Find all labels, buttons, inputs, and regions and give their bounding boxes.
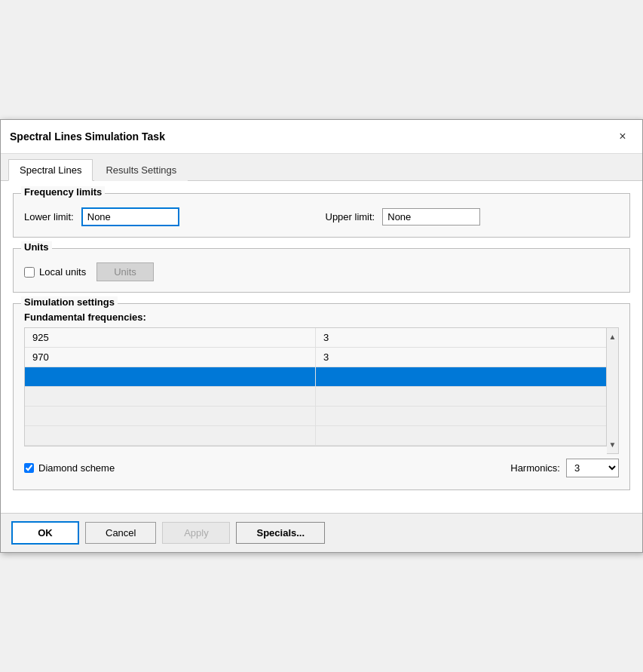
table-row-empty[interactable] xyxy=(25,407,606,426)
bottom-controls: Diamond scheme Harmonics: 1 2 3 4 5 6 7 … xyxy=(24,454,619,479)
upper-limit-input[interactable] xyxy=(382,208,480,226)
units-button[interactable]: Units xyxy=(96,262,154,281)
simulation-settings-label: Simulation settings xyxy=(21,296,118,308)
tab-content: Frequency limits Lower limit: Upper limi… xyxy=(1,181,642,513)
table-cell-harmonics-empty xyxy=(316,367,607,387)
frequency-limits-group: Frequency limits Lower limit: Upper limi… xyxy=(13,193,630,238)
dialog-title: Spectral Lines Simulation Task xyxy=(10,130,165,143)
close-button[interactable]: × xyxy=(612,126,633,147)
table-cell-freq-empty xyxy=(25,367,316,387)
table-row-selected[interactable] xyxy=(25,367,606,387)
table-cell-empty1 xyxy=(25,426,316,446)
units-group: Units Local units Units xyxy=(13,248,630,293)
local-units-checkbox[interactable] xyxy=(24,267,35,278)
simulation-settings-group: Simulation settings Fundamental frequenc… xyxy=(13,303,630,490)
scroll-down-arrow[interactable]: ▼ xyxy=(606,437,620,452)
local-units-checkbox-label[interactable]: Local units xyxy=(24,266,86,278)
units-row: Local units Units xyxy=(24,262,619,281)
table-cell-empty2 xyxy=(316,407,607,426)
table-cell-harmonics: 3 xyxy=(316,328,607,348)
lower-limit-label: Lower limit: xyxy=(24,211,74,222)
harmonics-label: Harmonics: xyxy=(510,462,560,474)
table-cell-empty2 xyxy=(316,426,607,446)
harmonics-select[interactable]: 1 2 3 4 5 6 7 8 9 10 xyxy=(566,459,619,477)
units-group-label: Units xyxy=(21,241,52,253)
table-row-empty[interactable] xyxy=(25,426,606,446)
table-scrollbar[interactable]: ▲ ▼ xyxy=(607,327,619,454)
table-cell-harmonics: 3 xyxy=(316,348,607,367)
diamond-scheme-checkbox[interactable] xyxy=(24,463,34,473)
table-cell-empty1 xyxy=(25,407,316,426)
table-row[interactable]: 970 3 xyxy=(25,348,606,367)
freq-table-container: 925 3 970 3 xyxy=(24,327,619,454)
apply-button[interactable]: Apply xyxy=(162,522,230,544)
lower-limit-input[interactable] xyxy=(81,207,179,226)
frequency-limits-label: Frequency limits xyxy=(21,186,105,198)
tab-results-settings[interactable]: Results Settings xyxy=(94,159,188,181)
freq-table-wrapper: 925 3 970 3 xyxy=(24,327,607,446)
freq-table-scroll: 925 3 970 3 xyxy=(24,327,607,454)
tab-spectral-lines[interactable]: Spectral Lines xyxy=(8,159,93,181)
table-cell-empty2 xyxy=(316,387,607,407)
specials-button[interactable]: Specials... xyxy=(236,522,325,544)
upper-limit-label: Upper limit: xyxy=(326,211,375,222)
tab-bar: Spectral Lines Results Settings xyxy=(1,154,642,181)
harmonics-row: Harmonics: 1 2 3 4 5 6 7 8 9 10 xyxy=(510,459,619,477)
ok-button[interactable]: OK xyxy=(11,521,79,545)
table-row-empty[interactable] xyxy=(25,387,606,407)
diamond-scheme-text: Diamond scheme xyxy=(38,462,115,474)
title-bar: Spectral Lines Simulation Task × xyxy=(1,120,642,154)
dialog: Spectral Lines Simulation Task × Spectra… xyxy=(0,119,643,553)
cancel-button[interactable]: Cancel xyxy=(85,522,156,544)
table-cell-freq: 970 xyxy=(25,348,316,367)
diamond-scheme-label[interactable]: Diamond scheme xyxy=(24,462,115,474)
table-cell-freq: 925 xyxy=(25,328,316,348)
scroll-up-arrow[interactable]: ▲ xyxy=(606,330,620,344)
fundamental-freq-label: Fundamental frequencies: xyxy=(24,311,619,323)
freq-table: 925 3 970 3 xyxy=(25,328,606,446)
local-units-text: Local units xyxy=(39,266,86,278)
frequency-limits-row: Lower limit: Upper limit: xyxy=(24,207,619,226)
table-row[interactable]: 925 3 xyxy=(25,328,606,348)
table-cell-empty1 xyxy=(25,387,316,407)
footer: OK Cancel Apply Specials... xyxy=(1,513,642,552)
